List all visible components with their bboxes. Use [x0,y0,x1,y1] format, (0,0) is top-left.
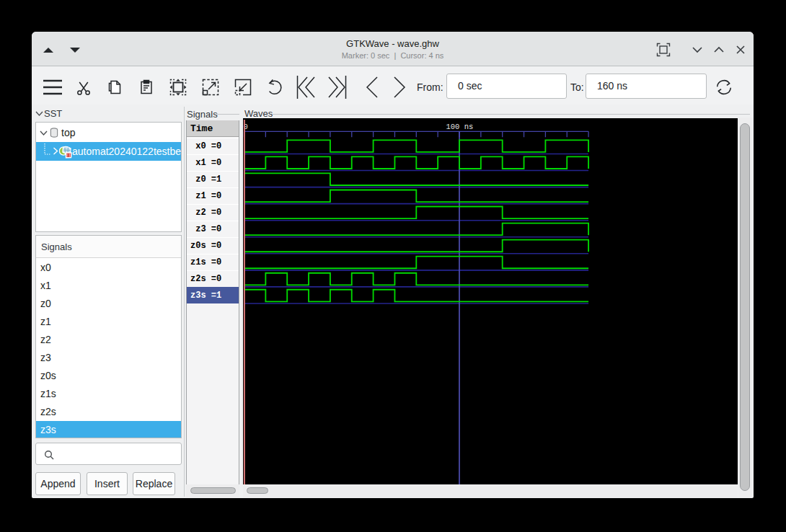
svg-text:100 ns: 100 ns [446,123,474,131]
